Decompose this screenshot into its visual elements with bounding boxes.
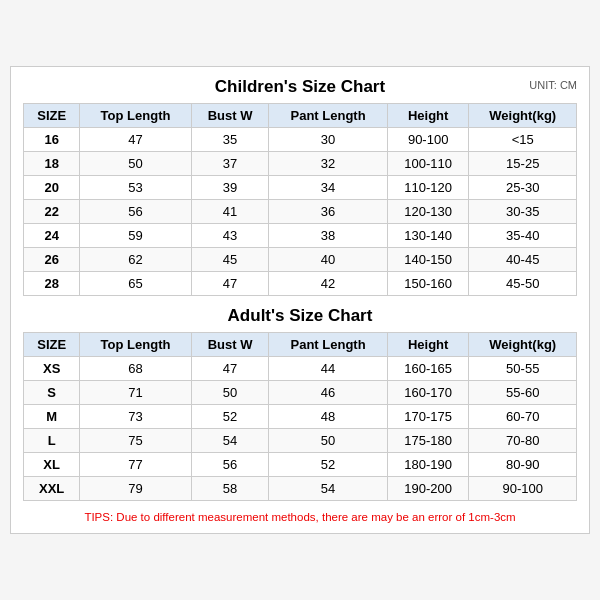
adult-col-top-length: Top Length — [80, 333, 191, 357]
table-cell: 60-70 — [469, 405, 577, 429]
table-cell: 28 — [24, 272, 80, 296]
table-cell: 40 — [269, 248, 387, 272]
table-cell: XXL — [24, 477, 80, 501]
table-cell: 20 — [24, 176, 80, 200]
children-col-weight: Weight(kg) — [469, 104, 577, 128]
table-cell: 25-30 — [469, 176, 577, 200]
table-cell: 52 — [191, 405, 269, 429]
table-cell: 30 — [269, 128, 387, 152]
table-cell: 40-45 — [469, 248, 577, 272]
table-row: 20533934110-12025-30 — [24, 176, 577, 200]
table-row: 26624540140-15040-45 — [24, 248, 577, 272]
children-col-top-length: Top Length — [80, 104, 191, 128]
table-cell: 50 — [80, 152, 191, 176]
table-cell: 140-150 — [387, 248, 469, 272]
children-col-size: SIZE — [24, 104, 80, 128]
table-cell: 45-50 — [469, 272, 577, 296]
table-cell: 24 — [24, 224, 80, 248]
children-col-height: Height — [387, 104, 469, 128]
table-cell: 90-100 — [469, 477, 577, 501]
table-cell: 90-100 — [387, 128, 469, 152]
table-cell: 54 — [191, 429, 269, 453]
table-cell: 47 — [80, 128, 191, 152]
table-cell: M — [24, 405, 80, 429]
adult-col-bust-w: Bust W — [191, 333, 269, 357]
table-cell: 79 — [80, 477, 191, 501]
table-cell: 180-190 — [387, 453, 469, 477]
children-col-bust-w: Bust W — [191, 104, 269, 128]
table-row: M735248170-17560-70 — [24, 405, 577, 429]
table-cell: 18 — [24, 152, 80, 176]
table-cell: S — [24, 381, 80, 405]
table-cell: 30-35 — [469, 200, 577, 224]
table-cell: 65 — [80, 272, 191, 296]
adult-title-row: Adult's Size Chart — [23, 306, 577, 326]
table-cell: 58 — [191, 477, 269, 501]
children-table-header: SIZE Top Length Bust W Pant Length Heigh… — [24, 104, 577, 128]
adult-chart-title: Adult's Size Chart — [228, 306, 373, 326]
table-cell: 50 — [191, 381, 269, 405]
table-cell: 22 — [24, 200, 80, 224]
table-row: 24594338130-14035-40 — [24, 224, 577, 248]
table-cell: 48 — [269, 405, 387, 429]
adult-col-height: Height — [387, 333, 469, 357]
table-row: 1647353090-100<15 — [24, 128, 577, 152]
table-cell: 190-200 — [387, 477, 469, 501]
table-cell: 26 — [24, 248, 80, 272]
table-cell: 44 — [269, 357, 387, 381]
table-cell: 34 — [269, 176, 387, 200]
table-cell: 43 — [191, 224, 269, 248]
table-cell: 53 — [80, 176, 191, 200]
table-cell: 32 — [269, 152, 387, 176]
table-cell: 70-80 — [469, 429, 577, 453]
table-cell: 15-25 — [469, 152, 577, 176]
table-cell: 56 — [80, 200, 191, 224]
table-cell: 150-160 — [387, 272, 469, 296]
table-cell: 16 — [24, 128, 80, 152]
table-cell: 37 — [191, 152, 269, 176]
tips-text: TIPS: Due to different measurement metho… — [23, 511, 577, 523]
unit-label: UNIT: CM — [529, 79, 577, 91]
table-row: 18503732100-11015-25 — [24, 152, 577, 176]
table-cell: 38 — [269, 224, 387, 248]
table-cell: 56 — [191, 453, 269, 477]
adult-header-row: SIZE Top Length Bust W Pant Length Heigh… — [24, 333, 577, 357]
table-cell: 52 — [269, 453, 387, 477]
adult-table-body: XS684744160-16550-55S715046160-17055-60M… — [24, 357, 577, 501]
adult-size-table: SIZE Top Length Bust W Pant Length Heigh… — [23, 332, 577, 501]
table-cell: XS — [24, 357, 80, 381]
children-size-table: SIZE Top Length Bust W Pant Length Heigh… — [23, 103, 577, 296]
table-cell: 47 — [191, 272, 269, 296]
table-cell: 62 — [80, 248, 191, 272]
table-cell: 73 — [80, 405, 191, 429]
table-cell: 68 — [80, 357, 191, 381]
table-cell: 160-170 — [387, 381, 469, 405]
table-cell: 59 — [80, 224, 191, 248]
table-cell: 160-165 — [387, 357, 469, 381]
children-table-body: 1647353090-100<1518503732100-11015-25205… — [24, 128, 577, 296]
table-row: XXL795854190-20090-100 — [24, 477, 577, 501]
table-cell: 50 — [269, 429, 387, 453]
table-cell: XL — [24, 453, 80, 477]
adult-col-size: SIZE — [24, 333, 80, 357]
table-cell: 77 — [80, 453, 191, 477]
adult-col-weight: Weight(kg) — [469, 333, 577, 357]
adult-col-pant-length: Pant Length — [269, 333, 387, 357]
table-cell: 50-55 — [469, 357, 577, 381]
table-cell: 35-40 — [469, 224, 577, 248]
table-cell: 71 — [80, 381, 191, 405]
table-cell: 100-110 — [387, 152, 469, 176]
table-cell: 75 — [80, 429, 191, 453]
table-row: 28654742150-16045-50 — [24, 272, 577, 296]
table-cell: 47 — [191, 357, 269, 381]
table-row: S715046160-17055-60 — [24, 381, 577, 405]
adult-table-header: SIZE Top Length Bust W Pant Length Heigh… — [24, 333, 577, 357]
table-cell: 39 — [191, 176, 269, 200]
table-cell: 80-90 — [469, 453, 577, 477]
table-cell: 46 — [269, 381, 387, 405]
table-cell: 42 — [269, 272, 387, 296]
table-cell: 175-180 — [387, 429, 469, 453]
table-cell: 170-175 — [387, 405, 469, 429]
children-col-pant-length: Pant Length — [269, 104, 387, 128]
table-cell: 45 — [191, 248, 269, 272]
